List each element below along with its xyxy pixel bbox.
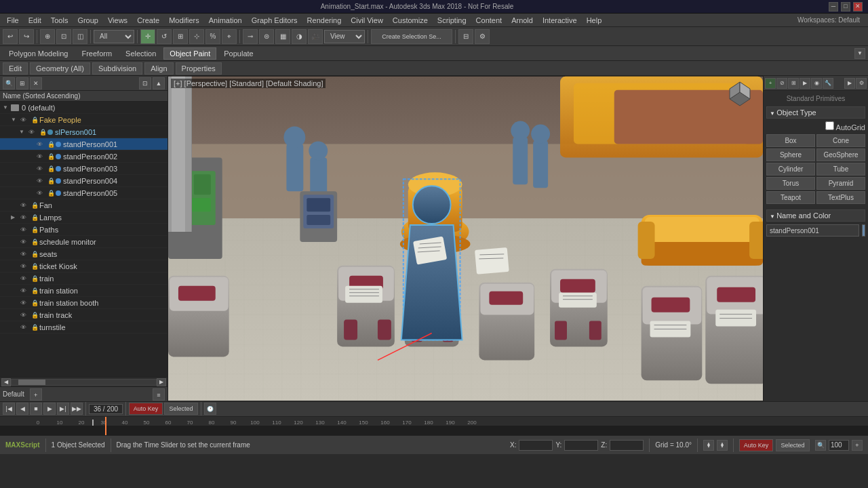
sphere-button[interactable]: Sphere [766, 148, 815, 161]
scene-item-slperson001[interactable]: ▼ 👁 🔒 slPerson001 [0, 126, 167, 138]
scroll-thumb[interactable] [18, 380, 45, 385]
scene-item-fake-people[interactable]: ▼ 👁 🔒 Fake People [0, 114, 167, 126]
subdivision-button[interactable]: Subdivision [92, 62, 142, 75]
box-button[interactable]: Box [766, 134, 815, 147]
cone-button[interactable]: Cone [816, 134, 865, 147]
scene-item-standperson004[interactable]: 👁 🔒 standPerson004 [0, 175, 167, 187]
menu-rendering[interactable]: Rendering [303, 15, 346, 26]
create-tab-button[interactable]: + [765, 78, 776, 89]
create-selection-set-button[interactable]: Create Selection Se... [371, 29, 452, 44]
display-tab-button[interactable]: ◉ [811, 78, 822, 89]
scene-item-fan[interactable]: 👁 🔒 Fan [0, 199, 167, 211]
right-expand-button[interactable]: ▶ [844, 78, 855, 89]
menu-help[interactable]: Help [583, 15, 606, 26]
pyramid-button[interactable]: Pyramid [816, 177, 865, 190]
object-name-input[interactable] [766, 224, 859, 237]
edit-button[interactable]: Edit [3, 62, 28, 75]
menu-arnold[interactable]: Arnold [507, 15, 537, 26]
maximize-button[interactable]: □ [841, 2, 850, 12]
z-input[interactable] [610, 440, 644, 451]
modify-tab-button[interactable]: ⊘ [776, 78, 787, 89]
viewport-3d[interactable]: [+] [Perspective] [Standard] [Default Sh… [168, 76, 763, 401]
plane-button[interactable]: TextPlus [816, 191, 865, 204]
menu-modifiers[interactable]: Modifiers [165, 15, 203, 26]
name-color-section[interactable]: Name and Color [766, 209, 865, 222]
add-key-button[interactable]: ⧫ [703, 440, 714, 451]
undo-button[interactable]: ↩ [3, 29, 18, 44]
view-dropdown[interactable]: View [324, 30, 365, 43]
tab-polygon-modeling[interactable]: Polygon Modeling [3, 47, 74, 60]
right-settings-button[interactable]: ⚙ [856, 78, 867, 89]
scene-options-button[interactable]: ⊡ [139, 77, 151, 89]
scene-item-paths[interactable]: 👁 🔒 Paths [0, 224, 167, 236]
menu-graph-editors[interactable]: Graph Editors [248, 15, 302, 26]
scroll-left-button[interactable]: ◀ [1, 378, 11, 386]
viewport-cube[interactable] [719, 79, 760, 119]
menu-customize[interactable]: Customize [389, 15, 432, 26]
minimize-button[interactable]: ─ [829, 2, 838, 12]
menu-animation[interactable]: Animation [205, 15, 246, 26]
scene-item-train[interactable]: 👁 🔒 train [0, 272, 167, 285]
close-button[interactable]: ✕ [853, 2, 863, 12]
key-mode-button[interactable]: Auto Key [129, 403, 163, 415]
scene-item-root[interactable]: ▼ 0 (default) [0, 102, 167, 114]
mirror-button[interactable]: ⊸ [243, 29, 258, 44]
set-key-button[interactable]: Selected [164, 403, 198, 415]
play-button[interactable]: ▶ [43, 403, 56, 415]
menu-content[interactable]: Content [472, 15, 507, 26]
select-manipulate-button[interactable]: ⊹ [189, 29, 204, 44]
tab-freeform[interactable]: Freeform [75, 47, 118, 60]
scene-search-button[interactable]: 🔍 [3, 77, 15, 89]
current-frame-display[interactable]: 36 / 200 [89, 404, 123, 414]
prev-frame-button[interactable]: ◀ [16, 403, 28, 415]
scene-item-standperson005[interactable]: 👁 🔒 standPerson005 [0, 187, 167, 199]
timeline-playhead[interactable] [105, 417, 106, 435]
scene-item-standperson001[interactable]: 👁 🔒 standPerson001 [0, 138, 167, 150]
menu-scripting[interactable]: Scripting [433, 15, 471, 26]
select-region-button[interactable]: ⊡ [56, 29, 71, 44]
scene-list-mode-button[interactable]: ≡ [153, 388, 165, 401]
autokey-button[interactable]: Auto Key [739, 439, 773, 451]
play-back-button[interactable]: |◀ [3, 403, 15, 415]
scene-item-standperson003[interactable]: 👁 🔒 standPerson003 [0, 163, 167, 175]
scene-scrollbar[interactable]: ◀ ▶ [0, 377, 167, 386]
snap-toggle-button[interactable]: ⌖ [222, 29, 237, 44]
named-selection-dropdown[interactable]: All [94, 30, 134, 43]
material-editor-button[interactable]: ◑ [292, 29, 307, 44]
scroll-track[interactable] [11, 379, 157, 386]
scene-item-lamps[interactable]: ▶ 👁 🔒 Lamps [0, 211, 167, 224]
menu-civil-view[interactable]: Civil View [347, 15, 387, 26]
x-input[interactable] [519, 440, 553, 451]
zoom-in-button[interactable]: + [852, 440, 863, 451]
scene-item-ticket-kiosk[interactable]: 👁 🔒 ticket Kiosk [0, 260, 167, 272]
object-type-section[interactable]: Object Type [766, 106, 865, 119]
time-config-button[interactable]: 🕐 [204, 403, 216, 415]
set-key-mode-button[interactable]: ⧫ [717, 440, 728, 451]
scene-item-seats[interactable]: 👁 🔒 seats [0, 248, 167, 260]
next-frame-button[interactable]: ▶| [57, 403, 69, 415]
ribbon-toggle-button[interactable]: ⊟ [458, 29, 473, 44]
scene-item-train-station-booth[interactable]: 👁 🔒 train station booth [0, 297, 167, 309]
menu-interactive[interactable]: Interactive [538, 15, 581, 26]
scene-item-schedule-monitor[interactable]: 👁 🔒 schedule monitor [0, 236, 167, 248]
object-color-button[interactable] [862, 224, 865, 237]
zoom-out-button[interactable]: 🔍 [815, 440, 826, 451]
y-input[interactable] [564, 440, 598, 451]
torus-button[interactable]: Torus [766, 177, 815, 190]
autogrid-checkbox[interactable] [825, 121, 834, 130]
stop-button[interactable]: ■ [30, 403, 42, 415]
align-button-sub[interactable]: Align [144, 62, 173, 75]
motion-tab-button[interactable]: ▶ [800, 78, 810, 89]
timeline-track[interactable]: 0 10 20 30 40 50 60 70 80 90 100 110 120… [0, 417, 868, 435]
cylinder-button[interactable]: Cylinder [766, 163, 815, 176]
scene-item-train-station[interactable]: 👁 🔒 train station [0, 285, 167, 297]
geosphere-button[interactable]: GeoSphere [816, 148, 865, 161]
zoom-input[interactable] [829, 440, 849, 451]
geometry-all-button[interactable]: Geometry (All) [30, 62, 90, 75]
tab-object-paint[interactable]: Object Paint [163, 47, 216, 60]
ribbon-expand-button[interactable]: ▼ [854, 48, 865, 59]
menu-file[interactable]: File [3, 15, 23, 26]
teapot-button[interactable]: Teapot [766, 191, 815, 204]
scene-item-turnstile[interactable]: 👁 🔒 turnstile [0, 321, 167, 333]
scene-add-button[interactable]: + [30, 388, 42, 401]
